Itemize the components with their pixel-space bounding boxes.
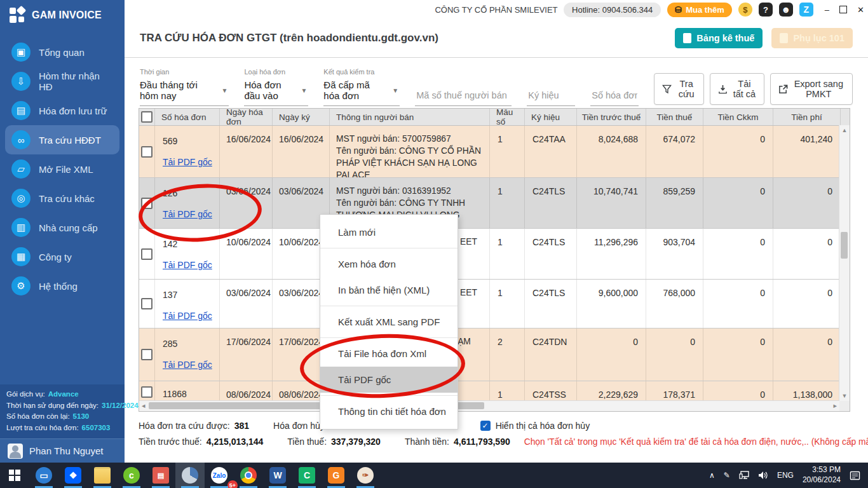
table-row[interactable]: 137Tải PDF gốc 03/06/2024 03/06/2024 EET… — [139, 280, 850, 329]
sidebar-item-label: Hòm thư nhận HĐ — [39, 71, 113, 92]
menu-item-refresh[interactable]: Làm mới — [320, 219, 458, 245]
sidebar-item-label: Tra cứu khác — [39, 193, 95, 204]
money-bag-icon[interactable]: $ — [738, 3, 752, 17]
table-row-selected[interactable]: 126Tải PDF gốc 03/06/2024 03/06/2024 MST… — [139, 178, 850, 229]
download-pdf-link[interactable]: Tải PDF gốc — [163, 260, 212, 270]
table-row[interactable]: 142Tải PDF gốc 10/06/2024 10/06/2024 EET… — [139, 229, 850, 280]
tray-volume-icon[interactable] — [758, 471, 768, 480]
row-checkbox[interactable] — [141, 248, 153, 260]
scroll-right-arrow[interactable]: ▸ — [833, 402, 837, 410]
close-button[interactable]: ✕ — [857, 5, 864, 15]
support-chat-icon[interactable]: ☻ — [779, 3, 793, 17]
col-header-fee[interactable]: Tiền phí — [773, 109, 841, 125]
vertical-scrollbar[interactable]: ▲ ▼ — [839, 125, 850, 401]
taskbar-app-file-explorer[interactable] — [88, 463, 117, 488]
tray-clock[interactable]: 3:53 PM 20/06/2024 — [803, 465, 841, 485]
sidebar-item-company[interactable]: ▦Công ty — [5, 242, 119, 271]
select-all-checkbox[interactable] — [141, 111, 153, 123]
row-checkbox[interactable] — [141, 146, 153, 158]
row-checkbox[interactable] — [141, 349, 153, 360]
sidebar-item-overview[interactable]: ▣Tổng quan — [5, 37, 119, 67]
col-header-sign-date[interactable]: Ngày ký — [273, 109, 330, 125]
tax-report-button[interactable]: Bảng kê thuế — [675, 28, 763, 48]
row-checkbox[interactable] — [141, 198, 153, 209]
col-header-invoice-no[interactable]: Số hóa đơn — [155, 109, 220, 125]
symbol-input[interactable] — [527, 88, 575, 106]
download-pdf-link[interactable]: Tải PDF gốc — [163, 311, 212, 321]
col-header-pre-tax[interactable]: Tiền trước thuế — [577, 109, 646, 125]
tray-network-icon[interactable] — [739, 471, 749, 480]
download-pdf-link[interactable]: Tải PDF gốc — [163, 360, 212, 370]
time-filter-dropdown[interactable]: Đầu tháng tới hôm nay▼ — [140, 79, 229, 106]
taskbar-app-gpdf[interactable]: G — [322, 463, 351, 488]
tray-chevron-up-icon[interactable]: ∧ — [709, 471, 715, 480]
search-button[interactable]: Tra cứu — [654, 73, 704, 105]
type-filter-dropdown[interactable]: Hóa đơn đầu vào▼ — [244, 79, 308, 106]
col-header-invoice-date[interactable]: Ngày hóa đơn — [220, 109, 273, 125]
taskbar-app-camtasia[interactable]: C — [292, 463, 322, 488]
row-checkbox[interactable] — [141, 386, 153, 398]
taskbar-app-chrome[interactable] — [234, 463, 263, 488]
scroll-down-arrow[interactable]: ▼ — [839, 393, 850, 399]
user-menu[interactable]: Phan Thu Nguyet — [0, 438, 125, 463]
sidebar-item-open-xml[interactable]: ▱Mở File XML — [5, 154, 119, 184]
table-row[interactable]: 569Tải PDF gốc 16/06/2024 16/06/2024 MST… — [139, 126, 850, 178]
taskbar-app-zalo[interactable]: Zalo5+ — [205, 463, 234, 488]
col-header-tax[interactable]: Tiền thuế — [646, 109, 703, 125]
menu-item-view-invoice[interactable]: Xem hóa đơn — [320, 251, 458, 277]
taskbar-app-notes[interactable]: ▤ — [146, 463, 175, 488]
col-header-ckkm[interactable]: Tiền Ckkm — [703, 109, 773, 125]
horizontal-scrollbar[interactable]: ◂ ▸ — [139, 400, 839, 411]
taskbar-app-paint[interactable]: ✑ — [351, 463, 380, 488]
pre-tax-amount: 10,740,741 — [577, 178, 646, 228]
start-button[interactable] — [0, 463, 29, 488]
scroll-left-arrow[interactable]: ◂ — [142, 402, 146, 410]
menu-item-invoice-details[interactable]: Thông tin chi tiết hóa đơn — [320, 398, 458, 424]
menu-item-print-xml[interactable]: In bản thể hiện (XML) — [320, 277, 458, 303]
zalo-icon[interactable]: Z — [799, 3, 813, 17]
export-pmkt-button[interactable]: Export sang PMKT — [770, 73, 853, 105]
appendix-101-button[interactable]: Phụ lục 101 — [771, 28, 853, 48]
col-header-form[interactable]: Mẫu số — [490, 109, 525, 125]
maximize-button[interactable] — [839, 6, 847, 13]
seller-tax-code-input[interactable] — [415, 88, 512, 106]
show-cancelled-toggle[interactable]: ✓ Hiển thị cả hóa đơn hủy — [480, 421, 590, 431]
sidebar-item-label: Hóa đơn lưu trữ — [39, 105, 107, 116]
taskbar-app-word[interactable]: W — [263, 463, 292, 488]
sidebar-item-suppliers[interactable]: ▥Nhà cung cấp — [5, 213, 119, 242]
buy-more-button[interactable]: ⛁Mua thêm — [667, 3, 732, 17]
menu-item-export-xml-pdf[interactable]: Kết xuất XML sang PDF — [320, 309, 458, 335]
table-row[interactable]: 285Tải PDF gốc 17/06/2024 17/06/2024 PHẠ… — [139, 329, 850, 381]
col-header-serial[interactable]: Ký hiệu — [525, 109, 577, 125]
table-row[interactable]: 11868 08/06/2024 08/06/2024 1 C24TSS 2,2… — [139, 381, 850, 403]
download-pdf-link[interactable]: Tải PDF gốc — [163, 157, 212, 167]
menu-item-download-pdf[interactable]: Tải PDF gốc — [320, 367, 458, 393]
check-result-filter-dropdown[interactable]: Đã cấp mã hóa đơn▼ — [323, 79, 400, 106]
taskbar-app-dropbox[interactable]: ❖ — [58, 463, 88, 488]
sidebar-item-inbox[interactable]: ⇩Hòm thư nhận HĐ — [5, 67, 119, 96]
checked-checkbox[interactable]: ✓ — [480, 421, 491, 431]
scroll-up-arrow[interactable]: ▲ — [839, 127, 850, 133]
menu-item-download-xml[interactable]: Tải File hóa đơn Xml — [320, 341, 458, 367]
download-all-button[interactable]: Tải tất cả — [710, 73, 764, 105]
help-chat-icon[interactable]: ? — [759, 3, 773, 17]
row-checkbox[interactable] — [141, 298, 153, 309]
sidebar-item-archive[interactable]: ▤Hóa đơn lưu trữ — [5, 96, 119, 125]
download-pdf-link[interactable]: Tải PDF gốc — [163, 209, 212, 219]
tray-pen-icon[interactable]: ✎ — [724, 471, 730, 480]
tray-notifications-icon[interactable] — [850, 471, 860, 480]
tray-language-indicator[interactable]: ENG — [777, 471, 794, 480]
col-header-seller[interactable]: Thông tin người bán — [330, 109, 490, 125]
form-number: 1 — [490, 229, 525, 279]
taskbar-app-coccoc[interactable]: c — [117, 463, 146, 488]
minimize-button[interactable]: – — [825, 5, 829, 15]
vertical-scroll-thumb[interactable] — [841, 232, 848, 259]
invoice-number-input[interactable] — [590, 88, 639, 106]
sidebar-item-other-lookup[interactable]: ◎Tra cứu khác — [5, 184, 119, 213]
avatar — [8, 444, 23, 459]
sidebar-item-lookup-einvoice[interactable]: ∞Tra cứu HĐĐT — [5, 125, 119, 154]
taskbar-app-gam-invoice-active[interactable] — [175, 463, 205, 488]
taskbar-app-ultraviewer[interactable]: ▭ — [29, 463, 58, 488]
monitor-icon: ▣ — [11, 43, 31, 62]
sidebar-item-system[interactable]: ⚙Hệ thống — [5, 271, 119, 301]
